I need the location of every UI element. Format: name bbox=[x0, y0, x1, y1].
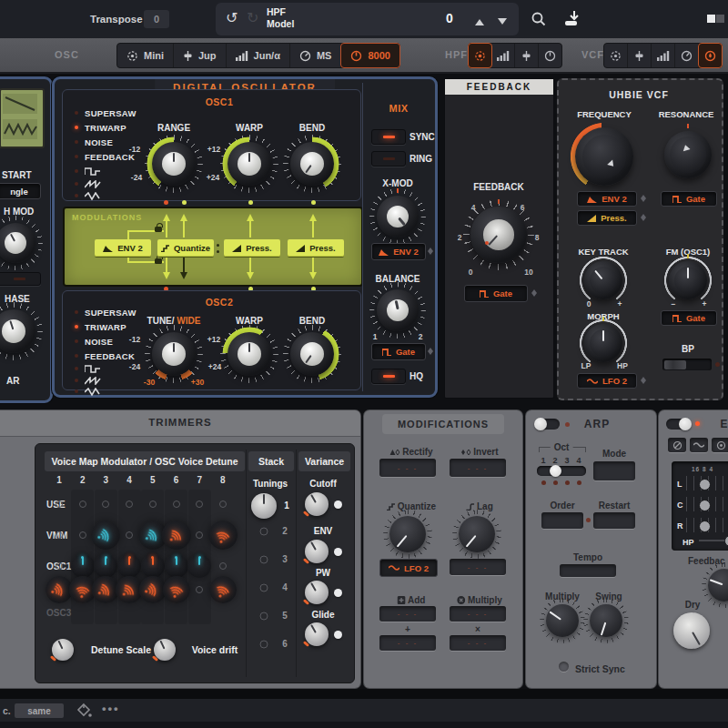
more-options-icon[interactable]: ••• bbox=[102, 702, 120, 715]
xmod-knob[interactable] bbox=[377, 196, 419, 238]
cutoff-variance-knob[interactable] bbox=[305, 492, 329, 516]
osc2-wave-triwarp[interactable]: TRIWARP bbox=[75, 321, 126, 332]
r-slider-handle[interactable] bbox=[699, 521, 711, 532]
vcf-frequency-knob[interactable] bbox=[575, 127, 633, 186]
hpf-model-bars[interactable] bbox=[491, 44, 515, 67]
restart-slot[interactable] bbox=[593, 512, 635, 529]
view-toggle-left[interactable] bbox=[707, 15, 715, 23]
xmod-mod-slot-env2[interactable]: ENV 2 bbox=[371, 243, 426, 260]
voice-drift-knob[interactable] bbox=[154, 639, 176, 661]
stack-radio[interactable] bbox=[260, 556, 268, 564]
voice-cell[interactable] bbox=[79, 531, 86, 539]
osc-model-mini[interactable]: Mini bbox=[117, 44, 174, 67]
mod-slot-press-1[interactable]: Press. bbox=[224, 239, 280, 257]
echo-feedback-knob[interactable] bbox=[708, 569, 728, 602]
r-slider-track[interactable] bbox=[686, 518, 728, 532]
mod-slot-quantize[interactable]: Quantize bbox=[157, 239, 214, 257]
vcf-model-drop-selected[interactable] bbox=[698, 43, 723, 68]
preset-name[interactable]: HPF Model bbox=[267, 6, 294, 30]
osc-model-jun[interactable]: Jun/α bbox=[227, 44, 290, 67]
stack-number-active[interactable]: 1 bbox=[284, 500, 289, 511]
voice-cell-knob[interactable] bbox=[71, 554, 95, 578]
hp-slider-track[interactable] bbox=[699, 540, 728, 541]
stack-number[interactable]: 4 bbox=[282, 582, 288, 592]
voice-cell-knob[interactable] bbox=[117, 554, 141, 578]
tempo-slot[interactable] bbox=[560, 564, 616, 577]
voice-cell[interactable] bbox=[196, 531, 203, 539]
feedback-mod-slot-gate[interactable]: Gate bbox=[464, 285, 528, 302]
vcf-model-rotary[interactable] bbox=[604, 44, 628, 67]
quantize-slot-lfo2[interactable]: LFO 2 bbox=[379, 559, 438, 577]
voice-cell[interactable] bbox=[173, 500, 180, 508]
osc2-bend-knob[interactable] bbox=[290, 332, 334, 376]
osc2-wave-feedback[interactable]: FEEDBACK bbox=[75, 350, 135, 361]
key-track-knob[interactable] bbox=[584, 261, 622, 299]
voice-cell[interactable] bbox=[219, 500, 227, 508]
preset-up-icon[interactable] bbox=[475, 15, 484, 25]
paint-bucket-icon[interactable] bbox=[76, 703, 93, 719]
voice-cell[interactable] bbox=[56, 562, 63, 570]
voice-cell[interactable] bbox=[219, 562, 227, 570]
stack-number[interactable]: 3 bbox=[282, 554, 288, 564]
voice-cell-knob[interactable] bbox=[162, 521, 191, 550]
resonance-mod-slot-gate[interactable]: Gate bbox=[661, 191, 717, 207]
pw-variance-knob[interactable] bbox=[305, 581, 329, 604]
stack-number[interactable]: 5 bbox=[282, 611, 288, 621]
feedback-knob[interactable] bbox=[470, 207, 527, 263]
voice-cell-knob[interactable] bbox=[208, 521, 238, 550]
osc2-tune-knob[interactable] bbox=[152, 332, 196, 376]
osc2-wave-saw[interactable] bbox=[75, 375, 101, 386]
hq-button[interactable] bbox=[371, 369, 406, 384]
hpf-model-rotary-selected[interactable] bbox=[468, 43, 492, 68]
tunings-knob[interactable] bbox=[251, 493, 277, 519]
left-phase-knob[interactable] bbox=[0, 309, 35, 353]
voice-cell[interactable] bbox=[149, 500, 157, 508]
osc1-wave-triangle[interactable] bbox=[75, 190, 101, 201]
lag-slot[interactable]: - - - bbox=[450, 559, 506, 575]
stack-radio[interactable] bbox=[260, 641, 268, 649]
l-slider-handle[interactable] bbox=[699, 479, 711, 490]
stack-radio[interactable] bbox=[260, 612, 268, 621]
osc2-wave-pulse[interactable] bbox=[75, 363, 101, 374]
frequency-mod-slot-press[interactable]: Press. bbox=[577, 210, 637, 226]
c-slider-handle[interactable] bbox=[699, 500, 711, 511]
transpose-value[interactable]: 0 bbox=[144, 10, 169, 28]
hp-slider-handle[interactable] bbox=[724, 535, 728, 547]
bp-switch-handle[interactable] bbox=[664, 360, 686, 369]
search-icon[interactable] bbox=[531, 11, 547, 27]
left-mod-button[interactable] bbox=[0, 272, 41, 286]
rectify-slot[interactable]: - - - bbox=[379, 459, 436, 477]
voice-cell[interactable] bbox=[196, 500, 203, 508]
left-mod-knob[interactable] bbox=[0, 223, 35, 263]
mod-slot-env2[interactable]: ENV 2 bbox=[95, 239, 151, 257]
echo-mode-off-button[interactable] bbox=[668, 438, 686, 452]
strict-sync-radio[interactable] bbox=[559, 662, 569, 672]
osc1-wave-feedback[interactable]: FEEDBACK bbox=[75, 151, 135, 162]
voice-cell[interactable] bbox=[56, 500, 63, 508]
swing-knob[interactable] bbox=[590, 604, 622, 637]
oct-slider-handle[interactable] bbox=[550, 465, 561, 477]
lock-icon[interactable] bbox=[155, 258, 162, 264]
voice-cell-knob[interactable] bbox=[165, 554, 188, 578]
view-toggle-right[interactable] bbox=[716, 15, 724, 23]
voice-cell-knob[interactable] bbox=[91, 521, 120, 550]
osc2-wave-supersaw[interactable]: SUPERSAW bbox=[75, 307, 136, 318]
stack-radio[interactable] bbox=[260, 528, 268, 536]
voice-cell[interactable] bbox=[126, 531, 133, 539]
voice-cell-knob[interactable] bbox=[209, 576, 237, 603]
osc1-wave-saw[interactable] bbox=[75, 178, 101, 189]
stack-number[interactable]: 2 bbox=[282, 526, 288, 536]
lock-icon[interactable] bbox=[155, 227, 162, 232]
voice-cell[interactable] bbox=[102, 500, 109, 508]
vcf-model-knob[interactable] bbox=[675, 44, 699, 67]
redo-icon[interactable]: ↻ bbox=[247, 11, 258, 25]
env-variance-knob[interactable] bbox=[305, 540, 329, 563]
same-button[interactable]: same bbox=[15, 703, 64, 718]
voice-cell[interactable] bbox=[126, 500, 133, 508]
mod-slot-press-2[interactable]: Press. bbox=[288, 239, 344, 257]
echo-toggle[interactable] bbox=[666, 419, 691, 430]
voice-cell-knob[interactable] bbox=[94, 554, 117, 578]
quantize-knob[interactable] bbox=[389, 516, 426, 552]
vcf-model-slider[interactable] bbox=[628, 44, 652, 67]
detune-scale-knob[interactable] bbox=[52, 639, 74, 661]
